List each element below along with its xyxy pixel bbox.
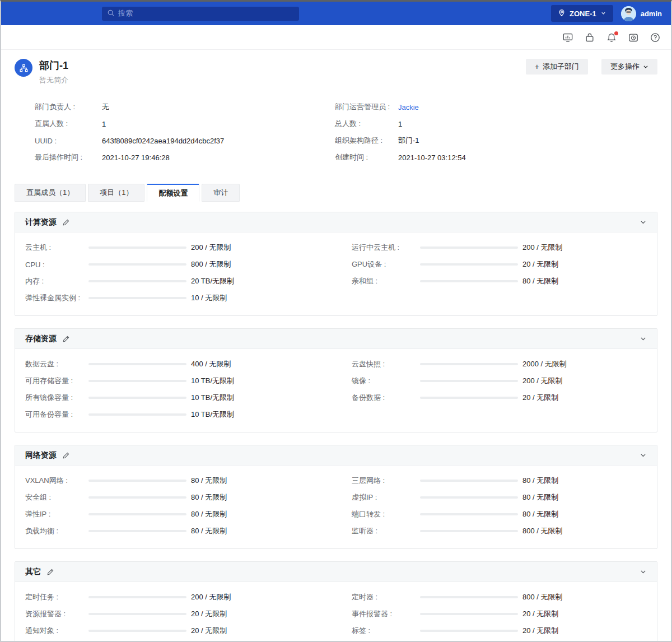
quota-progress-bar <box>88 613 186 615</box>
info-row: 部门运营管理员 :Jackie <box>328 99 657 115</box>
add-subdepartment-button[interactable]: + 添加子部门 <box>526 59 588 75</box>
quota-label: 运行中云主机 : <box>352 243 420 253</box>
quota-value: 80 / 无限制 <box>522 476 558 486</box>
collapse-icon[interactable] <box>640 568 647 575</box>
edit-icon[interactable] <box>62 452 70 459</box>
plus-icon: + <box>535 62 539 71</box>
quota-row: 云盘快照 :2000 / 无限制 <box>336 356 657 373</box>
info-value: 无 <box>102 102 109 112</box>
quota-label: 事件报警器 : <box>352 609 420 619</box>
quota-value: 400 / 无限制 <box>191 359 231 369</box>
quota-label: 镜像 : <box>352 376 420 386</box>
quota-progress-bar <box>88 530 186 532</box>
quota-progress-bar <box>420 596 518 598</box>
help-icon[interactable] <box>650 32 661 43</box>
quota-row: 所有镜像容量 :10 TB/无限制 <box>15 389 336 406</box>
quota-row: GPU设备 :20 / 无限制 <box>336 256 657 273</box>
quota-row: 定时任务 :200 / 无限制 <box>15 589 336 606</box>
quota-value: 20 / 无限制 <box>522 393 558 403</box>
user-menu[interactable]: admin <box>621 6 662 21</box>
notifications-bell-icon[interactable] <box>606 32 617 43</box>
collapse-icon[interactable] <box>640 335 647 342</box>
quota-progress-bar <box>88 263 186 266</box>
quota-row: 可用存储容量 :10 TB/无限制 <box>15 373 336 389</box>
quota-value: 80 / 无限制 <box>191 492 227 503</box>
quota-column-right: 三层网络 :80 / 无限制虚拟IP :80 / 无限制端口转发 :80 / 无… <box>336 472 657 539</box>
quota-progress-bar <box>88 280 186 282</box>
quota-value: 200 / 无限制 <box>191 243 231 253</box>
quota-progress-bar <box>420 397 518 399</box>
zone-selector[interactable]: ZONE-1 <box>551 5 613 22</box>
quota-progress-bar <box>88 413 186 416</box>
chevron-down-icon <box>600 10 606 18</box>
tab-quota[interactable]: 配额设置 <box>147 184 199 202</box>
section-header-other: 其它 <box>15 562 657 582</box>
admin-link[interactable]: Jackie <box>398 103 419 111</box>
info-value: 2021-10-27 03:12:54 <box>398 153 466 162</box>
info-row: 总人数 :1 <box>328 115 657 132</box>
quota-row: 三层网络 :80 / 无限制 <box>336 472 657 489</box>
edit-icon[interactable] <box>62 218 70 226</box>
info-label: 部门运营管理员 : <box>335 102 398 112</box>
quota-progress-bar <box>88 596 186 598</box>
quota-label: CPU : <box>25 260 88 269</box>
section-header-compute: 计算资源 <box>15 212 657 232</box>
info-label: 组织架构路径 : <box>335 136 398 146</box>
quota-row: 云主机 :200 / 无限制 <box>15 239 336 256</box>
quota-label: 监听器 : <box>352 526 420 536</box>
zone-name: ZONE-1 <box>570 10 596 18</box>
quota-value: 10 TB/无限制 <box>191 410 234 420</box>
quota-progress-bar <box>88 363 186 365</box>
toolbox-icon[interactable] <box>584 32 595 43</box>
info-column-left: 部门负责人 :无直属人数 :1UUID :643f8089cf0242aea19… <box>15 99 328 166</box>
console-icon[interactable] <box>562 32 573 43</box>
quota-label: 三层网络 : <box>352 476 420 486</box>
quota-value: 80 / 无限制 <box>522 276 558 286</box>
info-label: UUID : <box>35 137 102 145</box>
quota-value: 20 / 无限制 <box>522 609 558 619</box>
tab-projects[interactable]: 项目（1） <box>88 184 144 202</box>
quota-progress-bar <box>88 496 186 499</box>
quota-row: 镜像 :200 / 无限制 <box>336 373 657 389</box>
quota-value: 800 / 无限制 <box>522 526 563 536</box>
quota-progress-bar <box>420 530 518 532</box>
info-value: 部门-1 <box>398 136 419 146</box>
section-other: 其它定时任务 :200 / 无限制资源报警器 :20 / 无限制通知对象 :20… <box>15 561 657 642</box>
quota-row: VXLAN网络 :80 / 无限制 <box>15 472 336 489</box>
collapse-icon[interactable] <box>640 218 647 226</box>
section-title: 存储资源 <box>25 334 57 344</box>
section-header-storage: 存储资源 <box>15 329 657 349</box>
quota-column-left: VXLAN网络 :80 / 无限制安全组 :80 / 无限制弹性IP :80 /… <box>15 472 336 539</box>
page-header: 部门-1 暂无简介 + 添加子部门 更多操作 部门负 <box>1 50 671 176</box>
info-label: 总人数 : <box>335 119 398 129</box>
section-network: 网络资源VXLAN网络 :80 / 无限制安全组 :80 / 无限制弹性IP :… <box>15 445 657 549</box>
quota-column-right: 运行中云主机 :200 / 无限制GPU设备 :20 / 无限制亲和组 :80 … <box>336 239 657 290</box>
quota-label: 弹性裸金属实例 : <box>25 293 88 303</box>
more-actions-button[interactable]: 更多操作 <box>601 59 657 75</box>
quota-progress-bar <box>420 263 518 266</box>
section-body: 定时任务 :200 / 无限制资源报警器 :20 / 无限制通知对象 :20 /… <box>15 582 657 642</box>
quota-label: 端口转发 : <box>352 509 420 519</box>
tab-bar: 直属成员（1）项目（1）配额设置审计 <box>15 184 657 202</box>
tab-audit[interactable]: 审计 <box>202 184 240 202</box>
info-label: 创建时间 : <box>335 152 398 162</box>
quota-value: 2000 / 无限制 <box>522 359 567 369</box>
search-input[interactable]: 搜索 <box>102 7 299 21</box>
utility-iconbar <box>1 25 671 50</box>
quota-value: 80 / 无限制 <box>522 492 558 503</box>
edit-icon[interactable] <box>62 335 70 343</box>
quota-label: 虚拟IP : <box>352 492 420 503</box>
operation-history-icon[interactable] <box>628 32 639 43</box>
info-label: 直属人数 : <box>35 119 102 129</box>
quota-value: 20 / 无限制 <box>522 626 558 636</box>
section-title: 计算资源 <box>25 217 57 227</box>
section-header-network: 网络资源 <box>15 445 657 466</box>
collapse-icon[interactable] <box>640 452 647 459</box>
edit-icon[interactable] <box>46 568 54 576</box>
quota-row: 资源报警器 :20 / 无限制 <box>15 606 336 622</box>
section-storage: 存储资源数据云盘 :400 / 无限制可用存储容量 :10 TB/无限制所有镜像… <box>15 328 657 432</box>
quota-progress-bar <box>420 496 518 499</box>
quota-row: 标签 :20 / 无限制 <box>336 622 657 639</box>
quota-column-left: 数据云盘 :400 / 无限制可用存储容量 :10 TB/无限制所有镜像容量 :… <box>15 356 336 423</box>
tab-members[interactable]: 直属成员（1） <box>15 184 86 202</box>
